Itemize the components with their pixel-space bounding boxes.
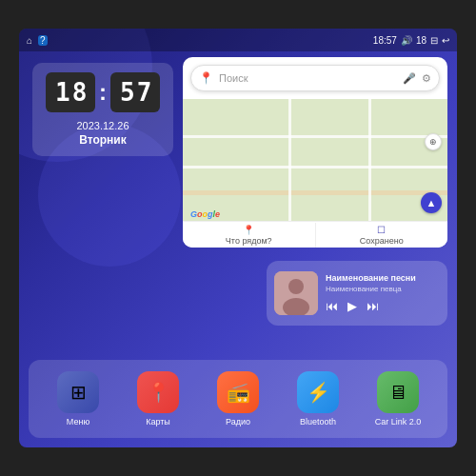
nearby-icon: 📍 <box>243 225 254 235</box>
map-road-v2 <box>368 99 371 221</box>
map-search-bar[interactable]: 📍 Поиск 🎤 ⚙ <box>190 65 440 91</box>
time-display: 18:57 <box>373 35 397 46</box>
app-menu[interactable]: ⊞ Меню <box>38 371 118 426</box>
status-bar-right: 18:57 🔊 18 ⊟ ↩ <box>373 35 449 46</box>
clock-minutes: 57 <box>110 72 160 112</box>
menu-icon: ⊞ <box>70 381 87 404</box>
app-carlink[interactable]: 🖥 Car Link 2.0 <box>358 371 438 426</box>
music-artist: Наименование певца <box>326 285 440 293</box>
radio-icon: 📻 <box>227 381 250 404</box>
bluetooth-icon-bg: ⚡ <box>297 371 339 413</box>
nearby-label: Что рядом? <box>226 236 272 246</box>
app-bluetooth[interactable]: ⚡ Bluetooth <box>278 371 358 426</box>
play-button[interactable]: ▶ <box>347 299 357 313</box>
flip-clock: 18 : 57 <box>46 72 160 112</box>
menu-icon-bg: ⊞ <box>57 371 99 413</box>
music-info: Наименование песни Наименование певца ⏮ … <box>326 273 440 313</box>
map-road-h1 <box>183 135 447 138</box>
clock-widget: 18 : 57 2023.12.26 Вторник <box>32 63 173 156</box>
date-info: 2023.12.26 Вторник <box>46 120 160 147</box>
screen: ⌂ ? 18:57 🔊 18 ⊟ ↩ 18 : 57 2023.12.26 Вт… <box>19 29 457 447</box>
map-background <box>183 99 447 221</box>
home-icon[interactable]: ⌂ <box>27 35 32 46</box>
music-title: Наименование песни <box>326 273 440 283</box>
menu-label: Меню <box>67 417 89 426</box>
prev-button[interactable]: ⏮ <box>326 299 338 313</box>
map-pin-icon: 📍 <box>199 71 213 85</box>
music-widget: Наименование песни Наименование певца ⏮ … <box>267 261 447 326</box>
saved-icon: ☐ <box>377 225 386 235</box>
music-controls: ⏮ ▶ ⏭ <box>326 299 440 313</box>
maps-icon-bg: 📍 <box>137 371 179 413</box>
device-frame: ⌂ ? 18:57 🔊 18 ⊟ ↩ 18 : 57 2023.12.26 Вт… <box>0 0 476 476</box>
svg-point-1 <box>288 279 304 294</box>
carlink-icon: 🖥 <box>388 382 407 404</box>
google-logo: Google <box>190 209 220 219</box>
status-bar: ⌂ ? 18:57 🔊 18 ⊟ ↩ <box>19 29 457 51</box>
bluetooth-icon: ⚡ <box>307 381 330 404</box>
radio-label: Радио <box>226 417 250 426</box>
day-string: Вторник <box>46 133 160 147</box>
app-dock: ⊞ Меню 📍 Карты 📻 Радио ⚡ Blueto <box>29 360 447 438</box>
status-bar-left: ⌂ ? <box>27 35 48 46</box>
carlink-label: Car Link 2.0 <box>375 417 422 426</box>
app-maps[interactable]: 📍 Карты <box>118 371 198 426</box>
next-button[interactable]: ⏭ <box>367 299 379 313</box>
battery-level: 18 <box>416 35 426 46</box>
saved-label: Сохранено <box>360 236 404 246</box>
clock-colon: : <box>99 79 107 106</box>
mic-icon[interactable]: 🎤 <box>403 72 416 85</box>
back-icon[interactable]: ↩ <box>442 35 449 46</box>
map-bottom-bar: 📍 Что рядом? ☐ Сохранено <box>183 221 447 248</box>
map-road-v1 <box>288 99 291 221</box>
radio-icon-bg: 📻 <box>217 371 259 413</box>
bluetooth-label: Bluetooth <box>300 417 336 426</box>
map-navigate-button[interactable]: ▲ <box>421 192 442 213</box>
album-art-image <box>274 271 318 315</box>
maps-icon: 📍 <box>147 381 170 404</box>
more-icon[interactable]: ⚙ <box>422 72 431 85</box>
map-road-h3 <box>183 190 447 195</box>
nearby-button[interactable]: 📍 Что рядом? <box>183 223 316 248</box>
map-zoom-out-button[interactable]: ⊕ <box>425 133 442 150</box>
saved-button[interactable]: ☐ Сохранено <box>316 223 448 248</box>
date-string: 2023.12.26 <box>46 120 160 131</box>
carlink-icon-bg: 🖥 <box>377 371 419 413</box>
signal-icon: ⊟ <box>430 35 438 46</box>
clock-hours: 18 <box>46 72 95 112</box>
maps-label: Карты <box>146 417 170 426</box>
search-placeholder: Поиск <box>219 72 397 84</box>
question-icon[interactable]: ? <box>38 35 48 46</box>
map-widget: 📍 Поиск 🎤 ⚙ ⊕ ▲ Google 📍 Что ряд <box>183 57 447 248</box>
speaker-icon: 🔊 <box>401 35 412 46</box>
app-radio[interactable]: 📻 Радио <box>198 371 278 426</box>
map-road-h2 <box>183 166 447 169</box>
album-art <box>274 271 318 315</box>
